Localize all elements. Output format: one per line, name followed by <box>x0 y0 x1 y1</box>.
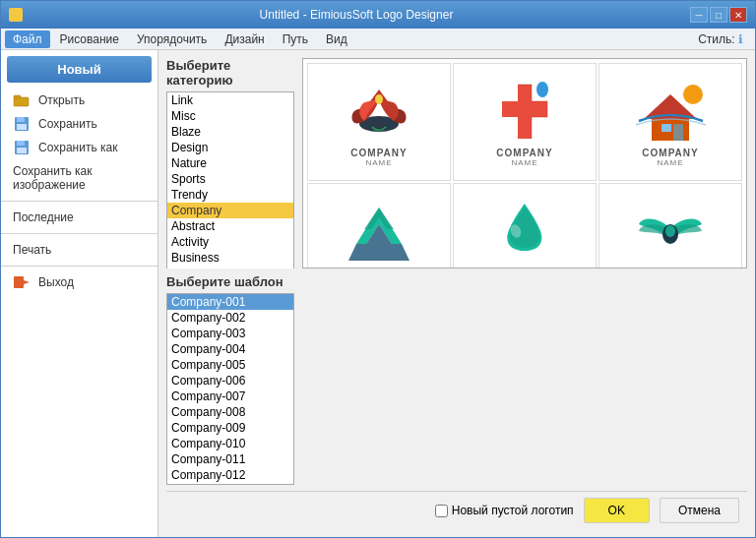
logo-name-5: COMPANY <box>496 268 552 269</box>
template-item[interactable]: Company-012 <box>167 467 293 483</box>
template-item[interactable]: Company-006 <box>167 373 293 389</box>
template-item[interactable]: Company-013 <box>167 483 293 485</box>
save-as-button[interactable]: Сохранить как <box>1 136 158 159</box>
main-content: Новый Открыть <box>1 50 755 537</box>
logo-cell-5[interactable]: COMPANY NAME <box>453 183 597 269</box>
template-item[interactable]: Company-007 <box>167 389 293 404</box>
menu-design[interactable]: Дизайн <box>217 30 272 48</box>
menu-items: Файл Рисование Упорядочить Дизайн Путь В… <box>5 30 355 48</box>
template-item[interactable]: Company-004 <box>167 341 293 357</box>
close-button[interactable]: ✕ <box>729 7 747 23</box>
left-panel: Новый Открыть <box>1 50 158 537</box>
title-text: Untitled - EimiousSoft Logo Designer <box>23 8 690 22</box>
logo-image-1 <box>340 77 418 146</box>
maximize-button[interactable]: □ <box>710 7 727 23</box>
category-item[interactable]: Blaze <box>167 124 293 140</box>
menu-bar: Файл Рисование Упорядочить Дизайн Путь В… <box>1 29 755 50</box>
template-item[interactable]: Company-009 <box>167 420 293 436</box>
title-controls: ─ □ ✕ <box>690 7 747 23</box>
svg-marker-9 <box>24 280 30 284</box>
save-button[interactable]: Сохранить <box>1 112 158 136</box>
logo-name-6: COMPANY <box>642 268 698 269</box>
main-window: Untitled - EimiousSoft Logo Designer ─ □… <box>0 0 756 538</box>
category-list[interactable]: LinkMiscBlazeDesignNatureSportsTrendyCom… <box>166 91 294 269</box>
logo-cell-1[interactable]: COMPANY NAME <box>307 63 451 181</box>
logo-grid-container: COMPANY NAME <box>302 58 747 269</box>
menu-view[interactable]: Вид <box>318 30 355 48</box>
print-button[interactable]: Печать <box>1 238 158 262</box>
category-label: Выберите категорию <box>166 58 294 88</box>
logo-name-1: COMPANY <box>350 148 407 158</box>
cancel-button[interactable]: Отмена <box>660 498 739 523</box>
new-empty-checkbox[interactable] <box>435 505 448 517</box>
svg-rect-3 <box>17 117 25 122</box>
right-panel: Выберите категорию LinkMiscBlazeDesignNa… <box>158 50 755 537</box>
category-item[interactable]: Misc <box>167 108 293 124</box>
new-empty-label: Новый пустой логотип <box>452 504 574 517</box>
template-item[interactable]: Company-010 <box>167 436 293 451</box>
logo-image-3 <box>631 77 710 146</box>
logo-subname-3: NAME <box>657 158 683 167</box>
logo-cell-2[interactable]: COMPANY NAME <box>453 63 597 181</box>
recent-button[interactable]: Последние <box>1 206 158 229</box>
logo-subname-2: NAME <box>511 158 537 167</box>
ok-button[interactable]: OK <box>584 498 650 523</box>
template-item[interactable]: Company-005 <box>167 357 293 373</box>
category-item[interactable]: Link <box>167 92 293 108</box>
svg-rect-7 <box>17 148 27 153</box>
svg-rect-0 <box>14 97 29 106</box>
category-item[interactable]: Abstract <box>167 218 293 234</box>
menu-arrange[interactable]: Упорядочить <box>129 30 215 48</box>
menu-path[interactable]: Путь <box>275 30 316 48</box>
logo-image-6 <box>631 197 710 266</box>
logo-image-5 <box>485 197 564 266</box>
logo-cell-6[interactable]: COMPANY NAME <box>598 183 742 269</box>
category-item[interactable]: Company(2) <box>167 266 293 269</box>
open-button[interactable]: Открыть <box>1 89 158 112</box>
template-item[interactable]: Company-002 <box>167 310 293 326</box>
template-item[interactable]: Company-001 <box>167 294 293 310</box>
template-item[interactable]: Company-008 <box>167 404 293 420</box>
logo-cell-3[interactable]: COMPANY NAME <box>598 63 742 181</box>
separator-1 <box>1 201 158 202</box>
category-item[interactable]: Activity <box>167 234 293 250</box>
template-item[interactable]: Company-003 <box>167 326 293 341</box>
title-bar: Untitled - EimiousSoft Logo Designer ─ □… <box>1 1 755 29</box>
svg-rect-1 <box>14 95 21 98</box>
logo-image-4 <box>340 197 418 266</box>
template-label: Выберите шаблон <box>166 274 294 289</box>
minimize-button[interactable]: ─ <box>690 7 708 23</box>
menu-file[interactable]: Файл <box>5 30 50 48</box>
logo-name-3: COMPANY <box>642 148 698 158</box>
open-icon <box>13 93 31 107</box>
save-icon <box>13 117 31 131</box>
category-item[interactable]: Company <box>167 203 293 218</box>
logo-image-2 <box>485 77 564 146</box>
save-image-button[interactable]: Сохранить как изображение <box>1 159 158 197</box>
checkbox-area: Новый пустой логотип <box>435 504 574 517</box>
logo-name-4: COMPANY <box>350 268 407 269</box>
exit-icon <box>13 275 31 289</box>
style-label: Стиль: ℹ <box>698 32 751 46</box>
svg-point-12 <box>536 82 548 97</box>
svg-rect-8 <box>14 276 24 288</box>
save-as-icon <box>13 141 31 154</box>
category-item[interactable]: Nature <box>167 155 293 171</box>
template-list[interactable]: Company-001Company-002Company-003Company… <box>166 293 294 485</box>
logo-grid: COMPANY NAME <box>303 59 746 269</box>
exit-button[interactable]: Выход <box>1 270 158 294</box>
category-item[interactable]: Business <box>167 250 293 266</box>
template-item[interactable]: Company-011 <box>167 451 293 467</box>
category-item[interactable]: Sports <box>167 171 293 187</box>
new-button[interactable]: Новый <box>7 56 152 83</box>
logo-cell-4[interactable]: COMPANY NAME <box>307 183 451 269</box>
svg-rect-4 <box>17 124 27 130</box>
separator-2 <box>1 233 158 234</box>
category-item[interactable]: Design <box>167 140 293 155</box>
category-item[interactable]: Trendy <box>167 187 293 203</box>
bottom-bar: Новый пустой логотип OK Отмена <box>166 491 747 529</box>
svg-rect-6 <box>17 141 25 146</box>
svg-rect-16 <box>662 124 671 132</box>
menu-draw[interactable]: Рисование <box>52 30 127 48</box>
separator-3 <box>1 266 158 267</box>
